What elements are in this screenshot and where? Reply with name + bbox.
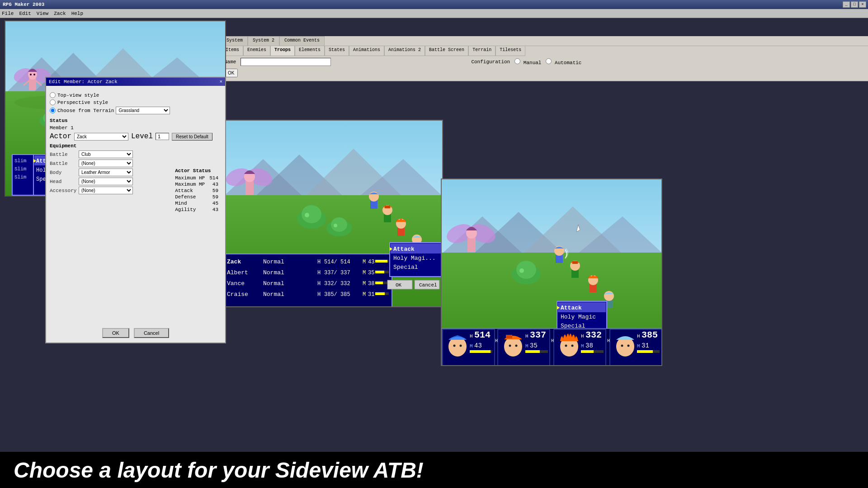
body-label: Body <box>50 170 77 175</box>
svg-text:31: 31 <box>642 342 649 349</box>
actor-select[interactable]: Zack <box>74 133 128 141</box>
subtab-animations2[interactable]: Animations 2 <box>384 46 425 56</box>
svg-text:M: M <box>581 343 584 349</box>
subtab-animations[interactable]: Animations <box>349 46 384 56</box>
svg-text:385/ 385: 385/ 385 <box>324 291 350 298</box>
svg-text:332/ 332: 332/ 332 <box>324 281 350 287</box>
svg-point-150 <box>519 268 524 273</box>
subtab-elements[interactable]: Elements <box>295 46 325 56</box>
svg-point-84 <box>331 217 347 232</box>
svg-rect-188 <box>525 350 540 353</box>
svg-text:35: 35 <box>530 342 538 349</box>
svg-point-81 <box>302 205 321 223</box>
svg-point-171 <box>460 345 462 347</box>
perspective-row: Perspective style <box>50 99 222 105</box>
sub-tabs: Items Enemies Troops Elements States Ani… <box>222 46 868 56</box>
svg-point-191 <box>565 345 567 347</box>
menu-edit[interactable]: Edit <box>19 11 31 16</box>
automatic-radio[interactable] <box>546 58 552 64</box>
head-label: Head <box>50 179 77 184</box>
editor-title-text: Edit Member: Actor Zack <box>49 79 118 84</box>
member-label: Member 1 <box>50 125 222 131</box>
svg-text:Craise: Craise <box>227 291 248 298</box>
terrain-radio[interactable] <box>50 108 56 113</box>
tab-system2[interactable]: System 2 <box>248 36 279 46</box>
svg-text:H: H <box>551 338 554 343</box>
body-armor-select[interactable]: Leather Armor <box>79 169 133 176</box>
svg-text:385: 385 <box>642 330 658 340</box>
actor-status-title: Actor Status <box>175 168 218 174</box>
svg-rect-180 <box>506 335 512 338</box>
name-input[interactable] <box>241 58 331 66</box>
svg-text:514: 514 <box>474 330 491 340</box>
cancel-button[interactable]: Cancel <box>134 328 169 338</box>
menu-zack[interactable]: Zack <box>54 11 66 16</box>
battle-armor-select[interactable]: (None) <box>79 160 133 167</box>
svg-point-179 <box>504 337 522 357</box>
reset-button[interactable]: Reset to Default <box>172 133 212 141</box>
svg-text:Normal: Normal <box>263 269 284 276</box>
subtab-tilesets[interactable]: Tilesets <box>495 46 525 56</box>
attack-row: Attack 59 <box>175 188 218 193</box>
svg-text:Slim: Slim <box>14 166 27 172</box>
subtab-troops[interactable]: Troops <box>270 46 295 56</box>
top-view-row: Top-view style <box>50 92 222 98</box>
app-title: RPG Maker 2003 <box>3 2 44 7</box>
battle-scene-3: Attack Holy Magic Special H 514 M 43 <box>442 179 662 366</box>
svg-text:M: M <box>470 343 473 349</box>
menu-view[interactable]: View <box>37 11 48 16</box>
svg-text:Zack: Zack <box>227 258 241 265</box>
svg-text:Normal: Normal <box>263 258 284 265</box>
svg-rect-103 <box>375 260 387 263</box>
mind-label: Mind <box>175 201 187 206</box>
choose-terrain-row: Choose from Terrain Grassland <box>50 107 222 114</box>
head-helm-select[interactable]: (None) <box>79 178 133 185</box>
tab-common-events[interactable]: Common Events <box>279 36 325 46</box>
maximize-button[interactable]: □ <box>851 1 858 8</box>
svg-text:Albert: Albert <box>227 269 248 276</box>
menu-file[interactable]: File <box>2 11 14 16</box>
manual-radio[interactable] <box>514 58 520 64</box>
ok-top-button[interactable]: OK <box>224 69 238 77</box>
ok-button[interactable]: OK <box>102 328 129 338</box>
mind-value: 45 <box>212 201 218 206</box>
accessory-select[interactable]: (None) <box>79 187 133 194</box>
svg-text:Attack: Attack <box>561 305 582 311</box>
svg-text:332: 332 <box>585 330 602 340</box>
actor-status-section: Actor Status Maximum HP 514 Maximum MP 4… <box>175 168 218 213</box>
subtab-battle-screen[interactable]: Battle Screen <box>425 46 468 56</box>
close-button[interactable]: × <box>859 1 866 8</box>
subtab-states[interactable]: States <box>325 46 349 56</box>
svg-point-85 <box>334 224 337 227</box>
editor-close-icon[interactable]: × <box>219 79 222 84</box>
svg-rect-95 <box>222 254 392 307</box>
svg-text:Attack: Attack <box>393 246 415 253</box>
svg-text:35: 35 <box>368 270 374 276</box>
level-label: Level <box>131 132 153 141</box>
svg-text:Normal: Normal <box>263 291 284 298</box>
editor-content: Top-view style Perspective style Choose … <box>46 86 225 199</box>
menu-help[interactable]: Help <box>71 11 83 16</box>
battle-equip-row-2: Battle (None) <box>50 160 222 167</box>
terrain-select[interactable]: Grassland <box>116 107 170 114</box>
window-controls[interactable]: _ □ × <box>843 1 866 8</box>
svg-text:M: M <box>363 281 366 287</box>
svg-text:Special: Special <box>393 264 418 271</box>
svg-rect-78 <box>245 180 254 195</box>
level-input[interactable] <box>156 133 169 140</box>
dialog-buttons: OK Cancel <box>46 328 225 338</box>
defense-value: 59 <box>212 194 218 200</box>
svg-text:Slim: Slim <box>14 158 27 164</box>
minimize-button[interactable]: _ <box>843 1 850 8</box>
svg-point-192 <box>571 345 574 347</box>
subtab-terrain[interactable]: Terrain <box>468 46 495 56</box>
svg-point-182 <box>515 345 518 347</box>
svg-text:H: H <box>495 338 498 343</box>
svg-text:Normal: Normal <box>263 280 284 287</box>
battle-weapon-select[interactable]: Club <box>79 150 133 158</box>
svg-text:M: M <box>363 270 366 276</box>
perspective-radio[interactable] <box>50 99 56 105</box>
subtab-enemies[interactable]: Enemies <box>243 46 270 56</box>
svg-text:38: 38 <box>585 342 593 349</box>
top-view-radio[interactable] <box>50 92 56 98</box>
